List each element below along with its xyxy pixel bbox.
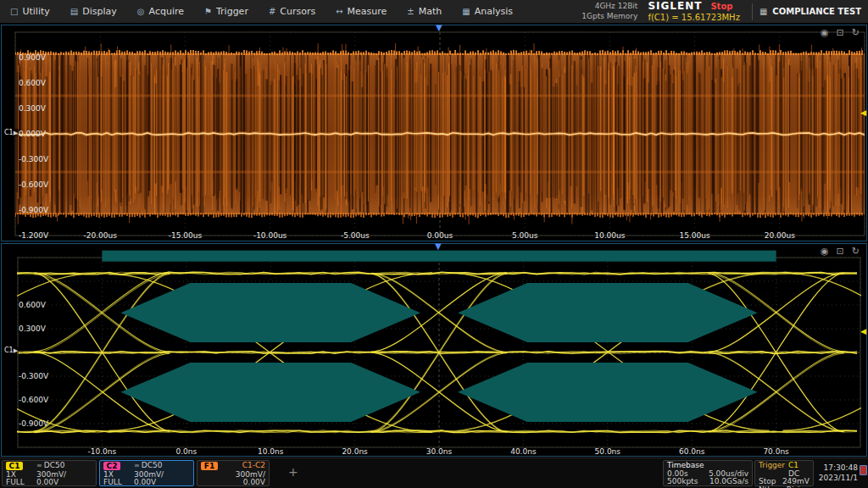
channel-arrow-icon: ▶	[14, 130, 18, 136]
c1-bandwidth: FULL	[6, 479, 31, 487]
trigger-level-marker[interactable]: ◀	[860, 327, 866, 336]
math-icon: ±	[407, 7, 414, 16]
trigger-coupling: DC	[788, 469, 799, 478]
fullscreen-icon[interactable]: ⊡	[837, 246, 844, 257]
screenshot-icon[interactable]: ◉	[821, 27, 829, 38]
c2-bandwidth: FULL	[103, 479, 129, 487]
c1-coupling: ≡DC50	[36, 462, 92, 471]
menu-item-utility[interactable]: □Utility	[0, 0, 60, 23]
channel-descriptor-c1[interactable]: C1 ≡DC50 1X 300mV/ FULL 0.00V	[2, 460, 97, 486]
panel-tools: ◉ ⊡ ↻	[821, 246, 860, 257]
compliance-label: COMPLIANCE TEST	[772, 7, 861, 16]
system-status-icon	[860, 465, 867, 475]
menu-item-label: Math	[419, 6, 442, 17]
math-descriptor-f1[interactable]: F1 C1-C2 300mV/ 0.00V	[197, 460, 270, 486]
channel-position-marker[interactable]: C1▶	[3, 129, 19, 136]
c1-badge: C1	[6, 462, 23, 470]
compliance-test-button[interactable]: ▦ COMPLIANCE TEST	[760, 7, 868, 16]
f1-badge: F1	[201, 462, 218, 470]
menu-item-label: Acquire	[149, 6, 184, 17]
channel-descriptor-c2[interactable]: C2 ≡DC50 1X 300mV/ FULL 0.00V	[99, 460, 194, 486]
frequency-counter: f(C1) = 15.61723MHz	[648, 13, 740, 23]
timebase-points: 500kpts	[667, 478, 698, 486]
trigger-level-marker[interactable]: ◀	[860, 108, 866, 117]
compliance-icon: ▦	[760, 7, 767, 16]
c2-offset: 0.00V	[134, 479, 190, 487]
top-waveform-canvas[interactable]	[2, 25, 866, 241]
add-trace-button[interactable]: +	[288, 465, 298, 479]
cursors-icon: #	[269, 7, 275, 16]
c2-badge: C2	[103, 462, 120, 470]
system-info: 4GHz 12Bit 1Gpts Memory	[581, 2, 637, 21]
oscilloscope-screen: □Utility▤Display◎Acquire⚑Trigger#Cursors…	[0, 0, 868, 488]
f1-offset: 0.00V	[231, 479, 265, 487]
trigger-position-marker[interactable]: ▼	[435, 241, 442, 251]
menu-item-trigger[interactable]: ⚑Trigger	[194, 0, 259, 23]
c1-offset: 0.00V	[36, 479, 92, 487]
impedance-icon: ≡	[134, 462, 140, 469]
trigger-source: C1	[788, 461, 798, 469]
reset-zoom-icon[interactable]: ↻	[852, 246, 860, 257]
waveform-panel: ▼ C1▶ ◀ ◉ ⊡ ↻ 0.900V0.600V0.300V0.000V-0…	[1, 25, 867, 241]
trigger-descriptor[interactable]: TriggerC1 DC Stop249mV Nth EdgeRising	[754, 460, 814, 486]
trigger-icon: ⚑	[204, 7, 212, 16]
brand-logo: SIGLENT	[648, 0, 702, 12]
menu-item-label: Trigger	[216, 6, 248, 17]
menu-item-label: Display	[82, 6, 117, 17]
acquire-icon: ◎	[137, 7, 145, 16]
menu-item-math[interactable]: ±Math	[397, 0, 452, 23]
channel-arrow-icon: ▶	[14, 347, 18, 354]
utility-icon: □	[10, 7, 18, 16]
menu-item-label: Analysis	[475, 6, 513, 17]
channel-position-marker[interactable]: C1▶	[3, 347, 19, 354]
clock-time: 17:30:48	[815, 463, 858, 473]
impedance-icon: ≡	[36, 462, 42, 469]
header-right: 4GHz 12Bit 1Gpts Memory SIGLENT Stop f(C…	[581, 0, 868, 23]
menu-item-label: Cursors	[280, 6, 315, 17]
c2-coupling: ≡DC50	[134, 462, 190, 471]
clock[interactable]: 17:30:48 2023/11/1	[815, 463, 858, 483]
timebase-descriptor[interactable]: Timebase 0.00s5.00us/div 500kpts10.0GSa/…	[663, 460, 753, 486]
trigger-position-marker[interactable]: ▼	[436, 23, 442, 32]
menu-item-analysis[interactable]: ▦Analysis	[452, 0, 523, 23]
f1-expression: C1-C2	[231, 462, 265, 471]
status-bar: C1 ≡DC50 1X 300mV/ FULL 0.00V C2 ≡DC50 1…	[0, 458, 868, 488]
timebase-sample-rate: 10.0GSa/s	[709, 478, 748, 486]
menu-item-display[interactable]: ▤Display	[60, 0, 127, 23]
menu-item-acquire[interactable]: ◎Acquire	[127, 0, 194, 23]
header-divider	[752, 3, 753, 20]
menu-item-cursors[interactable]: #Cursors	[259, 0, 326, 23]
screenshot-icon[interactable]: ◉	[821, 246, 829, 257]
menu-item-label: Measure	[348, 6, 387, 17]
menu: □Utility▤Display◎Acquire⚑Trigger#Cursors…	[0, 0, 523, 23]
measure-icon: ↔	[336, 7, 342, 16]
bandwidth-label: 4GHz 12Bit	[581, 2, 637, 12]
eye-diagram-canvas[interactable]	[2, 244, 866, 456]
reset-zoom-icon[interactable]: ↻	[852, 27, 860, 38]
brand-block: SIGLENT Stop f(C1) = 15.61723MHz	[648, 0, 740, 22]
trigger-title: Trigger	[759, 462, 785, 478]
fullscreen-icon[interactable]: ⊡	[837, 27, 844, 38]
menu-bar: □Utility▤Display◎Acquire⚑Trigger#Cursors…	[0, 0, 868, 24]
analysis-icon: ▦	[462, 7, 470, 16]
menu-item-label: Utility	[22, 6, 49, 17]
display-icon: ▤	[70, 7, 78, 16]
clock-date: 2023/11/1	[815, 473, 858, 483]
eye-diagram-panel: ▼ C1▶ ◀ ◉ ⊡ ↻ 0.600V0.300V-0.300V-0.600V…	[1, 243, 867, 457]
menu-item-measure[interactable]: ↔Measure	[326, 0, 397, 23]
acquisition-status[interactable]: Stop	[710, 2, 732, 12]
memory-label: 1Gpts Memory	[581, 12, 637, 22]
panel-tools: ◉ ⊡ ↻	[821, 27, 860, 38]
